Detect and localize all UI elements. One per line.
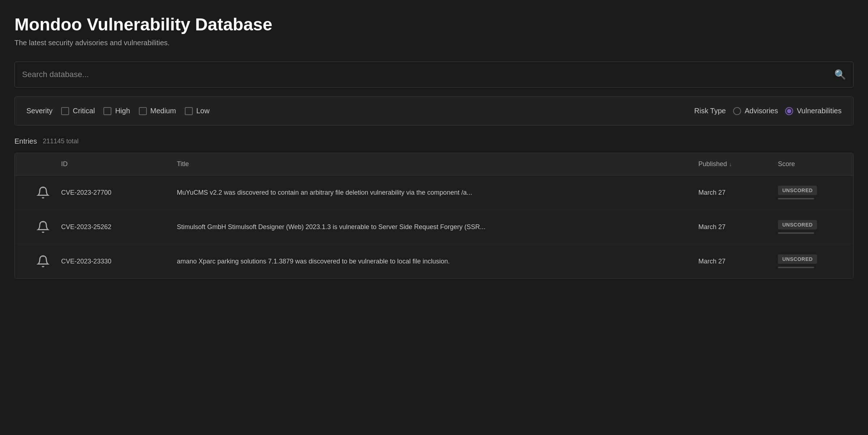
unscored-badge-0: UNSCORED [778, 186, 817, 195]
results-table: ID Title Published ↓ Score CVE-2023-2770… [14, 153, 854, 279]
search-container: 🔍 [14, 62, 854, 88]
row-icon-1 [25, 220, 61, 233]
risk-type-advisories-label: Advisories [745, 107, 778, 115]
page-subtitle: The latest security advisories and vulne… [14, 39, 854, 47]
search-icon: 🔍 [834, 69, 846, 80]
severity-label: Severity [26, 107, 52, 115]
row-icon-2 [25, 255, 61, 268]
bell-icon [37, 255, 50, 268]
severity-critical-checkbox[interactable]: Critical [61, 107, 95, 115]
col-header-title: Title [177, 160, 698, 168]
risk-type-vulnerabilities-label: Vulnerabilities [797, 107, 842, 115]
severity-medium-label: Medium [150, 107, 176, 115]
col-header-icon [25, 160, 61, 168]
table-row[interactable]: CVE-2023-27700 MuYuCMS v2.2 was discover… [15, 176, 853, 210]
row-title-0: MuYuCMS v2.2 was discovered to contain a… [177, 189, 698, 197]
entries-label: Entries [14, 137, 37, 145]
risk-type-label: Risk Type [694, 107, 726, 115]
table-row[interactable]: CVE-2023-25262 Stimulsoft GmbH Stimulsof… [15, 210, 853, 244]
unscored-badge-1: UNSCORED [778, 220, 817, 229]
filters-panel: Severity Critical High Medium Low Risk T… [14, 96, 854, 126]
row-title-2: amano Xparc parking solutions 7.1.3879 w… [177, 258, 698, 265]
row-date-0: March 27 [698, 189, 778, 197]
severity-medium-checkbox[interactable]: Medium [139, 107, 176, 115]
row-score-2: UNSCORED [778, 254, 843, 268]
severity-critical-label: Critical [73, 107, 95, 115]
score-bar-0 [778, 198, 814, 199]
table-header: ID Title Published ↓ Score [15, 153, 853, 176]
col-header-id: ID [61, 160, 177, 168]
search-input[interactable] [22, 70, 834, 79]
row-date-1: March 27 [698, 223, 778, 231]
col-header-score: Score [778, 160, 843, 168]
col-header-published-label: Published [698, 160, 727, 168]
row-id-2: CVE-2023-23330 [61, 258, 177, 265]
row-title-1: Stimulsoft GmbH Stimulsoft Designer (Web… [177, 223, 698, 231]
row-icon-0 [25, 186, 61, 199]
severity-low-label: Low [196, 107, 210, 115]
svg-point-2 [43, 256, 44, 257]
entries-bar: Entries 211145 total [14, 137, 854, 145]
svg-point-0 [43, 187, 44, 188]
score-bar-1 [778, 232, 814, 234]
sort-desc-icon: ↓ [729, 161, 732, 167]
page-title: Mondoo Vulnerability Database [14, 14, 854, 34]
score-bar-2 [778, 267, 814, 268]
severity-high-checkbox[interactable]: High [103, 107, 130, 115]
severity-high-label: High [115, 107, 130, 115]
severity-low-checkbox[interactable]: Low [185, 107, 210, 115]
svg-point-1 [43, 221, 44, 223]
unscored-badge-2: UNSCORED [778, 254, 817, 264]
row-date-2: March 27 [698, 258, 778, 265]
bell-icon [37, 220, 50, 233]
row-score-1: UNSCORED [778, 220, 843, 234]
bell-icon [37, 186, 50, 199]
table-row[interactable]: CVE-2023-23330 amano Xparc parking solut… [15, 244, 853, 278]
risk-type-vulnerabilities-radio[interactable]: Vulnerabilities [785, 107, 842, 115]
risk-type-advisories-radio[interactable]: Advisories [733, 107, 778, 115]
row-id-0: CVE-2023-27700 [61, 189, 177, 197]
col-header-published[interactable]: Published ↓ [698, 160, 778, 168]
row-id-1: CVE-2023-25262 [61, 223, 177, 231]
row-score-0: UNSCORED [778, 186, 843, 199]
entries-count: 211145 total [43, 138, 78, 145]
